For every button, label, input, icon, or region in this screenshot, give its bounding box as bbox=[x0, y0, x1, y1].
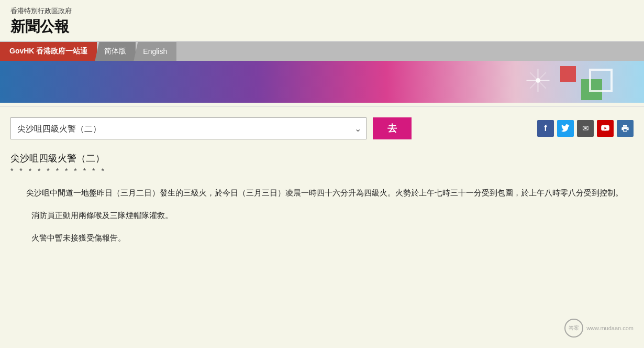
article-title: 尖沙咀四級火警（二） bbox=[10, 152, 634, 165]
social-icons: f ✉ bbox=[537, 120, 634, 137]
watermark-url: www.mudaan.com bbox=[586, 324, 634, 332]
banner bbox=[0, 61, 644, 103]
page-header: 香港特別行政區政府 新聞公報 bbox=[0, 0, 644, 42]
article: 尖沙咀四級火警（二） * * * * * * * * * * * 尖沙咀中間道一… bbox=[10, 152, 634, 245]
banner-red-square bbox=[560, 66, 576, 82]
go-button[interactable]: 去 bbox=[373, 117, 412, 139]
article-dropdown[interactable]: 尖沙咀四級火警（二） bbox=[10, 117, 367, 139]
watermark: 答案 www.mudaan.com bbox=[564, 319, 634, 338]
nav-simplified-link[interactable]: 简体版 bbox=[95, 42, 136, 61]
control-row: 尖沙咀四級火警（二） ⌄ 去 f ✉ bbox=[10, 117, 634, 139]
article-para-3: 火警中暫未接獲受傷報告。 bbox=[10, 231, 634, 245]
facebook-icon[interactable]: f bbox=[537, 120, 554, 137]
watermark-symbol: 答案 bbox=[569, 324, 579, 332]
nav-english-link[interactable]: English bbox=[134, 42, 176, 61]
article-body: 尖沙咀中間道一地盤昨日（三月二日）發生的三級火，於今日（三月三日）凌晨一時四十六… bbox=[10, 186, 634, 245]
header-subtitle: 香港特別行政區政府 bbox=[10, 6, 634, 16]
nav-govhk-link[interactable]: GovHK 香港政府一站通 bbox=[0, 42, 97, 61]
nav-bar: GovHK 香港政府一站通 简体版 English bbox=[0, 42, 644, 61]
banner-outline-square bbox=[589, 69, 613, 92]
twitter-icon[interactable] bbox=[557, 120, 574, 137]
article-para-1: 尖沙咀中間道一地盤昨日（三月二日）發生的三級火，於今日（三月三日）凌晨一時四十六… bbox=[10, 186, 634, 200]
article-stars: * * * * * * * * * * * bbox=[10, 167, 634, 175]
nav-rest bbox=[176, 42, 644, 61]
print-icon[interactable] bbox=[617, 120, 634, 137]
email-icon[interactable]: ✉ bbox=[577, 120, 594, 137]
dropdown-wrapper: 尖沙咀四級火警（二） ⌄ bbox=[10, 117, 367, 139]
watermark-circle: 答案 bbox=[564, 319, 583, 338]
banner-sparkle-icon bbox=[524, 66, 552, 95]
white-divider bbox=[0, 103, 644, 107]
header-title: 新聞公報 bbox=[10, 17, 634, 37]
article-para-2: 消防員正動用兩條喉及三隊煙帽隊灌救。 bbox=[10, 208, 634, 222]
youtube-icon[interactable] bbox=[597, 120, 614, 137]
watermark-text: www.mudaan.com bbox=[586, 324, 634, 332]
main-content: 尖沙咀四級火警（二） ⌄ 去 f ✉ bbox=[0, 107, 644, 264]
banner-decoration bbox=[539, 61, 644, 103]
